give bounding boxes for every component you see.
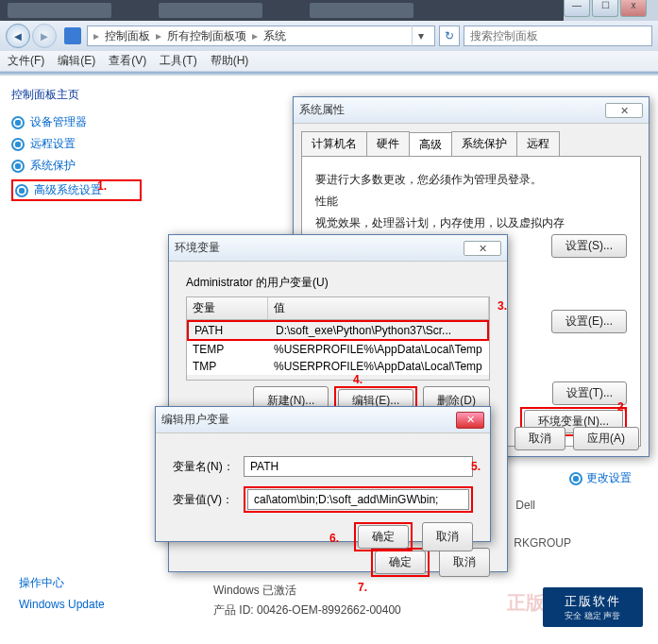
activation-status: Windows 已激活: [213, 581, 401, 602]
col-value[interactable]: 值: [268, 297, 489, 319]
annotation-1: 1.: [97, 179, 107, 193]
tab-hardware[interactable]: 硬件: [366, 131, 410, 156]
breadcrumb-seg[interactable]: 控制面板: [105, 28, 150, 44]
explorer-navbar: ◄ ► ▸ 控制面板 ▸ 所有控制面板项 ▸ 系统 ▾ ↻: [0, 21, 658, 51]
dialog-title: 环境变量: [175, 240, 220, 256]
computer-icon: [64, 27, 81, 44]
taskbar-tab[interactable]: [159, 3, 262, 18]
cancel-button[interactable]: 取消: [515, 427, 565, 450]
window-min-button[interactable]: —: [564, 0, 590, 17]
sidebar-item-protection[interactable]: 系统保护: [11, 158, 142, 174]
content-area: @ 2.50GHz 2.50 更改设置 Dell RKGROUP 系统属性 ✕ …: [142, 76, 658, 644]
menu-edit[interactable]: 编辑(E): [58, 53, 95, 69]
product-id: 产品 ID: 00426-OEM-8992662-00400: [213, 601, 401, 621]
taskbar-tab[interactable]: [310, 3, 413, 18]
dialog-titlebar[interactable]: 系统属性 ✕: [294, 97, 649, 124]
sidebar-item-advanced[interactable]: 高级系统设置: [11, 179, 142, 201]
tab-advanced[interactable]: 高级: [409, 132, 452, 157]
tab-computer-name[interactable]: 计算机名: [301, 131, 367, 156]
taskbar-strip: [0, 0, 564, 21]
sidebar-item-label: 远程设置: [30, 136, 76, 152]
breadcrumb-sep: ▸: [252, 29, 258, 42]
ok-button[interactable]: 确定: [358, 525, 409, 549]
edit-user-var-dialog: 编辑用户变量 ✕ 变量名(N)： 变量值(V)： 5. 确定 取消 6.: [155, 406, 491, 542]
tab-protection[interactable]: 系统保护: [451, 131, 517, 156]
list-row-path[interactable]: PATHD:\soft_exe\Python\Python37\Scr...: [187, 320, 489, 341]
shield-icon: [11, 138, 25, 151]
tab-strip: 计算机名 硬件 高级 系统保护 远程: [301, 131, 641, 156]
var-value-label: 变量值(V)：: [173, 492, 244, 508]
list-header: 变量 值: [186, 297, 490, 320]
sidebar-item-label: 高级系统设置: [34, 182, 102, 198]
close-icon[interactable]: ✕: [464, 241, 501, 256]
col-variable[interactable]: 变量: [187, 297, 268, 319]
genuine-badge: 正版软件 安全 稳定 声誉: [543, 587, 643, 627]
menu-view[interactable]: 查看(V): [109, 53, 146, 69]
annotation-2: 2.: [617, 400, 627, 414]
breadcrumb-seg[interactable]: 所有控制面板项: [167, 28, 246, 44]
window-max-button[interactable]: ☐: [592, 0, 618, 17]
badge-title: 正版软件: [565, 593, 621, 610]
close-icon[interactable]: ✕: [605, 103, 643, 118]
perf-desc: 视觉效果，处理器计划，内存使用，以及虚拟内存: [315, 215, 627, 231]
shield-icon: [11, 160, 25, 173]
shield-icon: [15, 184, 28, 197]
annotation-5: 5.: [471, 460, 481, 473]
divider: [0, 72, 658, 74]
refresh-icon[interactable]: ↻: [439, 25, 460, 46]
admin-warn-text: 要进行大多数更改，您必须作为管理员登录。: [315, 172, 627, 188]
main-area: 控制面板主页 设备管理器 远程设置 系统保护 高级系统设置 1. @ 2.50G…: [0, 76, 658, 644]
var-value-input[interactable]: [247, 489, 469, 510]
action-center-link[interactable]: 操作中心: [19, 572, 105, 594]
shield-icon: [11, 116, 25, 129]
see-also-links: 操作中心 Windows Update: [19, 572, 105, 616]
annotation-4: 4.: [353, 373, 363, 386]
workgroup-text: RKGROUP: [514, 536, 571, 550]
dialog-titlebar[interactable]: 编辑用户变量 ✕: [156, 407, 490, 433]
manufacturer-text: Dell: [515, 499, 535, 512]
windows-update-link[interactable]: Windows Update: [19, 594, 105, 616]
menu-help[interactable]: 帮助(H): [211, 53, 249, 69]
window-close-button[interactable]: x: [620, 0, 647, 17]
dialog-titlebar[interactable]: 环境变量 ✕: [169, 235, 507, 262]
breadcrumb[interactable]: ▸ 控制面板 ▸ 所有控制面板项 ▸ 系统 ▾: [87, 25, 435, 46]
close-icon[interactable]: ✕: [456, 412, 484, 429]
annotation-3: 3.: [498, 299, 507, 313]
badge-subtitle: 安全 稳定 声誉: [565, 610, 620, 622]
menu-file[interactable]: 文件(F): [8, 53, 44, 69]
settings-e-button[interactable]: 设置(E)...: [551, 310, 627, 333]
breadcrumb-sep: ▸: [93, 29, 99, 42]
nav-back-button[interactable]: ◄: [6, 24, 30, 48]
perf-heading: 性能: [315, 194, 627, 210]
nav-fwd-button[interactable]: ►: [32, 24, 57, 48]
menu-tools[interactable]: 工具(T): [160, 53, 196, 69]
dialog-title: 系统属性: [299, 102, 345, 118]
settings-t-button[interactable]: 设置(T)...: [552, 381, 627, 405]
change-settings-link[interactable]: 更改设置: [569, 470, 632, 486]
list-row[interactable]: TEMP%USERPROFILE%\AppData\Local\Temp: [187, 341, 489, 358]
activation-info: Windows 已激活 产品 ID: 00426-OEM-8992662-004…: [213, 581, 401, 621]
apply-button[interactable]: 应用(A): [573, 427, 639, 450]
search-input[interactable]: [464, 25, 652, 46]
var-name-input[interactable]: [244, 456, 473, 477]
sidebar: 控制面板主页 设备管理器 远程设置 系统保护 高级系统设置 1.: [0, 76, 142, 644]
breadcrumb-seg[interactable]: 系统: [263, 28, 286, 44]
sidebar-item-device-manager[interactable]: 设备管理器: [11, 114, 142, 130]
cancel-button[interactable]: 取消: [422, 522, 473, 551]
tab-remote[interactable]: 远程: [516, 131, 560, 156]
breadcrumb-sep: ▸: [156, 29, 161, 42]
list-row[interactable]: TMP%USERPROFILE%\AppData\Local\Temp: [187, 358, 489, 375]
settings-s-button[interactable]: 设置(S)...: [551, 234, 627, 258]
shield-icon: [569, 472, 582, 485]
user-vars-label: Administrator 的用户变量(U): [186, 275, 490, 291]
annotation-6: 6.: [329, 532, 339, 545]
sidebar-item-remote[interactable]: 远程设置: [11, 136, 142, 152]
user-vars-list[interactable]: PATHD:\soft_exe\Python\Python37\Scr... T…: [186, 320, 490, 381]
breadcrumb-dropdown[interactable]: ▾: [412, 25, 429, 46]
taskbar-tab[interactable]: [8, 3, 111, 18]
sidebar-item-label: 系统保护: [30, 158, 76, 174]
menu-bar: 文件(F) 编辑(E) 查看(V) 工具(T) 帮助(H): [0, 51, 658, 72]
dialog-title: 编辑用户变量: [161, 412, 229, 428]
var-name-label: 变量名(N)：: [173, 459, 244, 475]
sidebar-title: 控制面板主页: [11, 87, 142, 103]
